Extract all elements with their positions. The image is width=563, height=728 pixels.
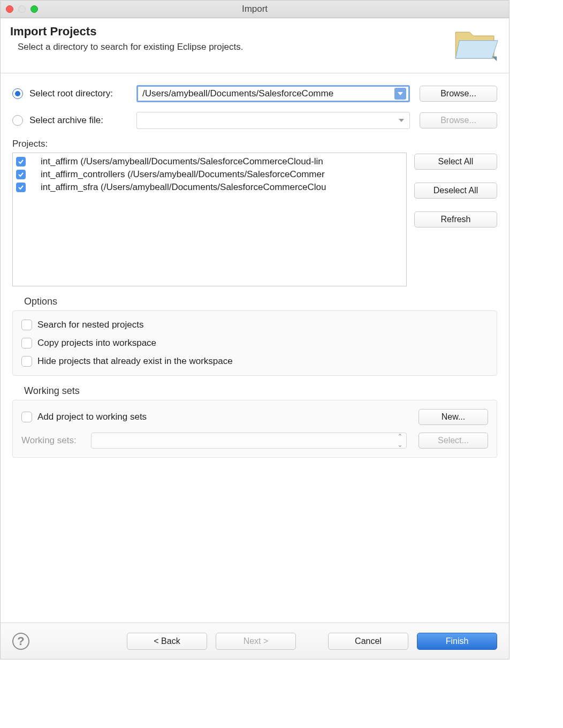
wizard-header: Import Projects Select a directory to se… xyxy=(1,18,509,73)
browse-archive-button: Browse... xyxy=(420,112,497,128)
root-directory-combo[interactable]: /Users/amybeall/Documents/SalesforceComm… xyxy=(136,85,410,102)
nested-projects-checkbox[interactable] xyxy=(21,320,32,330)
new-working-set-button[interactable]: New... xyxy=(419,409,488,425)
finish-button[interactable]: Finish xyxy=(417,633,497,650)
svg-marker-2 xyxy=(492,57,497,62)
next-button: Next > xyxy=(216,633,296,650)
list-item[interactable]: int_affirm_controllers (/Users/amybeall/… xyxy=(16,168,403,181)
svg-marker-1 xyxy=(455,41,498,58)
archive-file-label: Select archive file: xyxy=(29,115,136,126)
window-title: Import xyxy=(1,4,509,14)
chevron-down-icon xyxy=(395,115,407,126)
deselect-all-button[interactable]: Deselect All xyxy=(414,183,497,199)
help-icon[interactable]: ? xyxy=(12,633,29,650)
cancel-button[interactable]: Cancel xyxy=(328,633,408,650)
title-bar: Import xyxy=(1,1,509,18)
archive-file-radio[interactable] xyxy=(12,115,23,126)
checkbox-checked-icon[interactable] xyxy=(16,157,26,166)
hide-existing-checkbox[interactable] xyxy=(21,356,32,367)
folder-open-icon xyxy=(451,25,499,62)
nested-projects-label: Search for nested projects xyxy=(37,320,143,330)
hide-existing-label: Hide projects that already exist in the … xyxy=(37,356,233,367)
browse-root-button[interactable]: Browse... xyxy=(420,86,497,102)
root-directory-radio[interactable] xyxy=(12,88,23,99)
options-label: Options xyxy=(24,296,497,307)
project-name: int_affirm_sfra (/Users/amybeall/Documen… xyxy=(41,182,326,193)
root-directory-label: Select root directory: xyxy=(29,88,136,99)
working-sets-group: Add project to working sets New... Worki… xyxy=(12,400,497,458)
add-working-sets-checkbox[interactable] xyxy=(21,412,32,422)
select-all-button[interactable]: Select All xyxy=(414,154,497,170)
select-working-set-button: Select... xyxy=(419,433,488,449)
wizard-footer: ? < Back Next > Cancel Finish xyxy=(1,623,509,659)
working-sets-select-label: Working sets: xyxy=(21,435,91,446)
projects-list[interactable]: int_affirm (/Users/amybeall/Documents/Sa… xyxy=(12,153,407,286)
list-item[interactable]: int_affirm_sfra (/Users/amybeall/Documen… xyxy=(16,181,403,194)
project-name: int_affirm (/Users/amybeall/Documents/Sa… xyxy=(41,156,323,167)
projects-label: Projects: xyxy=(12,139,497,149)
refresh-button[interactable]: Refresh xyxy=(414,211,497,228)
list-item[interactable]: int_affirm (/Users/amybeall/Documents/Sa… xyxy=(16,155,403,168)
project-name: int_affirm_controllers (/Users/amybeall/… xyxy=(41,169,325,180)
working-sets-combo: ⌃⌄ xyxy=(91,433,407,449)
page-subtitle: Select a directory to search for existin… xyxy=(18,42,243,52)
checkbox-checked-icon[interactable] xyxy=(16,170,26,179)
chevron-down-icon[interactable] xyxy=(394,88,406,100)
root-directory-value: /Users/amybeall/Documents/SalesforceComm… xyxy=(142,88,394,99)
archive-file-combo xyxy=(136,112,410,129)
copy-projects-label: Copy projects into workspace xyxy=(37,338,156,348)
copy-projects-checkbox[interactable] xyxy=(21,338,32,348)
page-title: Import Projects xyxy=(10,25,243,39)
working-sets-label: Working sets xyxy=(24,385,497,397)
add-working-sets-label: Add project to working sets xyxy=(37,412,147,422)
back-button[interactable]: < Back xyxy=(127,633,207,650)
options-group: Search for nested projects Copy projects… xyxy=(12,310,497,376)
checkbox-checked-icon[interactable] xyxy=(16,183,26,192)
stepper-icon: ⌃⌄ xyxy=(397,433,403,449)
